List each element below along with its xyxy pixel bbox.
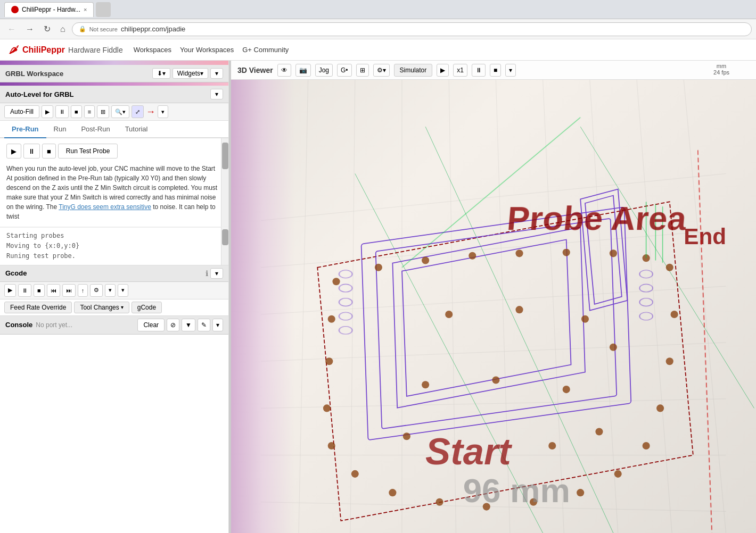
- forward-button[interactable]: →: [22, 23, 37, 35]
- console-edit-button[interactable]: ✎: [198, 319, 210, 331]
- svg-point-23: [339, 298, 352, 306]
- grbl-export-button[interactable]: ⬇▾: [152, 68, 170, 79]
- log-line-2: Moving to {x:0,y:0}: [6, 241, 222, 251]
- tabs-bar: Pre-Run Run Post-Run Tutorial: [0, 121, 228, 138]
- al-pause-button[interactable]: ⏸: [55, 105, 69, 118]
- browser-title-bar: ChiliPeppr - Hardw... ×: [0, 0, 756, 19]
- gcode-play-button[interactable]: ▶: [4, 284, 16, 297]
- svg-point-48: [389, 489, 396, 496]
- al-settings2-button[interactable]: ▾: [158, 105, 168, 118]
- run-test-probe-button[interactable]: Run Test Probe: [58, 144, 118, 159]
- red-arrow-container: ⤢ →: [132, 105, 155, 118]
- sim-pause-button[interactable]: ⏸: [472, 64, 486, 77]
- al-play-button[interactable]: ▶: [42, 105, 53, 118]
- tab-run[interactable]: Run: [46, 121, 74, 138]
- svg-point-22: [339, 284, 352, 292]
- tab-pre-run[interactable]: Pre-Run: [4, 121, 46, 138]
- gcode-up-button[interactable]: ↑: [78, 284, 88, 297]
- gcode-title: Gcode: [5, 269, 27, 277]
- dashed-line-right: [698, 150, 712, 533]
- settings-viewer-button[interactable]: ⚙▾: [373, 64, 390, 77]
- al-list-button[interactable]: ≡: [84, 105, 95, 118]
- log-scroll-thumb: [222, 229, 228, 245]
- gcode-viewer-button[interactable]: G•: [337, 64, 352, 77]
- svg-point-38: [666, 264, 673, 271]
- gcode-toolbar: ▶ ⏸ ■ ⏮ ⏭ ↑ ⚙ ▾ ▾: [0, 282, 228, 299]
- console-header: Console No port yet... Clear ⊘ ▼ ✎ ▾: [0, 316, 228, 335]
- gcode-back-button[interactable]: ⏭: [62, 284, 76, 297]
- home-button[interactable]: ⌂: [57, 23, 69, 35]
- gcode-pause-button[interactable]: ⏸: [18, 284, 31, 297]
- auto-level-settings-button[interactable]: ▾: [210, 89, 223, 99]
- tingyg-link[interactable]: TinyG does seem extra sensitive: [59, 203, 151, 211]
- console-ban-button[interactable]: ⊘: [167, 319, 179, 331]
- al-zoom-button[interactable]: 🔍▾: [111, 105, 129, 118]
- camera-button[interactable]: 📷: [295, 64, 311, 77]
- left-panel: GRBL Workspace ⬇▾ Widgets▾ ▾ Auto-Level …: [0, 61, 229, 533]
- reload-button[interactable]: ↻: [40, 23, 54, 35]
- gcode-gear-button[interactable]: ⚙: [90, 284, 103, 297]
- al-expand-button[interactable]: ⤢: [132, 105, 144, 118]
- tab-content: ▶ ⏸ ■ Run Test Probe When you run the au…: [0, 138, 228, 227]
- al-grid-button[interactable]: ⊞: [97, 105, 109, 118]
- nav-community[interactable]: G+ Community: [242, 46, 289, 54]
- nav-workspaces[interactable]: Workspaces: [134, 46, 171, 54]
- svg-point-40: [666, 357, 673, 365]
- scroll-thumb: [222, 143, 228, 169]
- console-body: [0, 335, 228, 533]
- svg-point-47: [436, 498, 443, 506]
- gcode-info-icon: ℹ: [206, 269, 208, 278]
- svg-point-59: [563, 386, 570, 393]
- console-dropdown-button[interactable]: ▾: [212, 319, 223, 331]
- sim-dropdown-button[interactable]: ▾: [505, 64, 516, 77]
- sim-play-button[interactable]: ▶: [437, 64, 449, 77]
- svg-point-61: [403, 432, 410, 440]
- purple-gradient-bar: [0, 61, 228, 65]
- logo-chili: ChiliPeppr: [22, 45, 65, 55]
- sim-speed-button[interactable]: x1: [453, 64, 467, 77]
- feed-rate-override-tab[interactable]: Feed Rate Override: [4, 302, 72, 313]
- gcode-tab[interactable]: gCode: [132, 302, 162, 313]
- svg-point-42: [643, 442, 650, 449]
- svg-point-55: [515, 306, 523, 313]
- gcode-section: Gcode ℹ ▾ ▶ ⏸ ■ ⏮ ⏭ ↑ ⚙ ▾ ▾ Feed Rate Ov…: [0, 265, 228, 316]
- svg-point-60: [610, 344, 617, 351]
- close-tab-icon[interactable]: ×: [84, 6, 87, 13]
- gcode-stop-button[interactable]: ■: [34, 284, 45, 297]
- run-pause-button[interactable]: ⏸: [23, 144, 40, 159]
- al-stop-button[interactable]: ■: [71, 105, 82, 118]
- green-diagonal: [402, 118, 580, 268]
- tab-post-run[interactable]: Post-Run: [73, 121, 117, 138]
- run-stop-button[interactable]: ■: [42, 144, 56, 159]
- tool-changes-tab[interactable]: Tool Changes ▾: [74, 302, 129, 313]
- clear-button[interactable]: Clear: [137, 319, 165, 331]
- address-bar[interactable]: 🔒 Not secure chilipeppr.com/jpadie: [72, 22, 752, 36]
- end-text: End: [684, 224, 726, 249]
- tab-tutorial[interactable]: Tutorial: [118, 121, 155, 138]
- svg-point-54: [445, 311, 453, 318]
- back-button[interactable]: ←: [4, 23, 19, 35]
- browser-tab[interactable]: ChiliPeppr - Hardw... ×: [4, 2, 94, 17]
- fps-display: mm 24 fps: [713, 63, 729, 76]
- sim-stop-button[interactable]: ■: [490, 64, 501, 77]
- gcode-dropdown-button[interactable]: ▾: [105, 284, 116, 297]
- svg-line-15: [684, 80, 726, 533]
- scroll-bar[interactable]: [221, 138, 228, 227]
- run-play-button[interactable]: ▶: [6, 144, 21, 159]
- jog-button[interactable]: Jog: [315, 64, 333, 77]
- gcode-settings2-button[interactable]: ▾: [118, 284, 128, 297]
- log-scroll-bar[interactable]: [221, 227, 228, 265]
- grid-viewer-button[interactable]: ⊞: [356, 64, 369, 77]
- right-panel: 3D Viewer 👁 📷 Jog G• ⊞ ⚙▾ Simulator ▶ x1…: [231, 61, 756, 533]
- grbl-widgets-button[interactable]: Widgets▾: [172, 68, 208, 79]
- gcode-settings-button[interactable]: ▾: [210, 268, 223, 279]
- console-filter-button[interactable]: ▼: [182, 319, 195, 331]
- svg-point-27: [639, 284, 653, 292]
- simulator-button[interactable]: Simulator: [394, 64, 433, 77]
- nav-your-workspaces[interactable]: Your Workspaces: [180, 46, 234, 54]
- gcode-rewind-button[interactable]: ⏮: [47, 284, 60, 297]
- new-tab-button[interactable]: [96, 2, 111, 17]
- auto-fill-button[interactable]: Auto-Fill: [4, 105, 39, 118]
- grbl-settings-button[interactable]: ▾: [210, 68, 223, 79]
- eye-button[interactable]: 👁: [277, 64, 291, 77]
